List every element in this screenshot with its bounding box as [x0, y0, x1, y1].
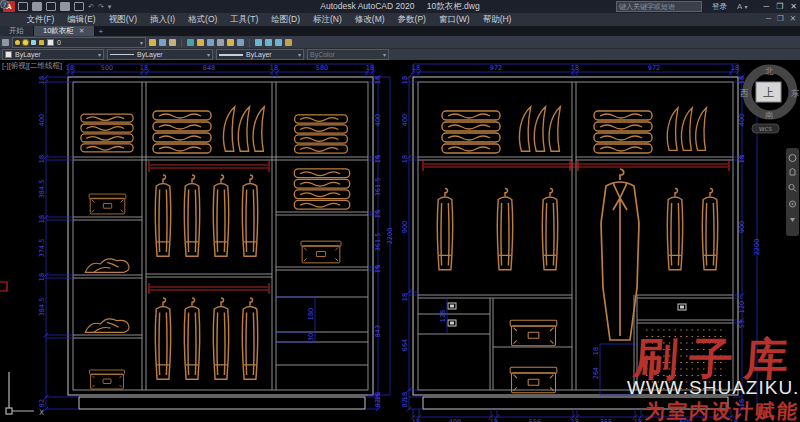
- menu-help[interactable]: 帮助(H): [476, 14, 518, 26]
- title-bar: A ↶ ↷ ▾ Autodesk AutoCAD 2020 10款衣柜.dwg …: [0, 0, 800, 13]
- svg-text:18: 18: [38, 155, 46, 163]
- doc-close-button[interactable]: ✕: [790, 14, 796, 23]
- layer-tool-icon[interactable]: [227, 39, 234, 46]
- doc-restore-button[interactable]: ❐: [777, 14, 784, 23]
- wcs-label: WCS: [759, 126, 772, 132]
- svg-text:18: 18: [66, 64, 74, 72]
- menu-file[interactable]: 文件(F): [20, 14, 61, 26]
- svg-text:18: 18: [270, 64, 278, 72]
- layer-tool-icon[interactable]: [187, 39, 194, 46]
- viewcube-south-label[interactable]: 南: [765, 110, 774, 120]
- tab-close-icon[interactable]: ✕: [79, 27, 85, 35]
- open-file-icon[interactable]: [32, 2, 42, 11]
- doc-minimize-button[interactable]: ─: [766, 14, 771, 23]
- svg-text:128: 128: [439, 310, 447, 322]
- svg-text:400: 400: [374, 114, 382, 126]
- svg-text:972: 972: [490, 64, 502, 72]
- svg-text:384.5: 384.5: [38, 180, 46, 199]
- layer-tool-icon[interactable]: [169, 39, 176, 46]
- svg-text:18: 18: [738, 155, 746, 163]
- svg-text:900: 900: [738, 221, 746, 233]
- layer-thaw-sun-icon[interactable]: [23, 40, 28, 45]
- plot-icon[interactable]: [74, 2, 84, 11]
- layer-tool-icon[interactable]: [275, 39, 282, 46]
- layer-tool-icon[interactable]: [237, 39, 244, 46]
- svg-text:556: 556: [529, 418, 541, 422]
- svg-text:500: 500: [101, 64, 113, 72]
- color-dropdown[interactable]: ByLayer ▾: [2, 49, 104, 60]
- navigation-bar[interactable]: [786, 148, 799, 236]
- linetype-dropdown[interactable]: ByLayer ▾: [107, 49, 213, 60]
- svg-text:843: 843: [374, 325, 382, 337]
- svg-text:2200: 2200: [386, 228, 394, 245]
- layer-dropdown-arrow[interactable]: ▾: [140, 39, 143, 46]
- layer-tool-icon[interactable]: [255, 39, 262, 46]
- layer-tool-icon[interactable]: [149, 39, 156, 46]
- svg-text:18: 18: [412, 64, 420, 72]
- drawing-canvas[interactable]: [-][俯视][二维线框]: [0, 60, 800, 422]
- menu-modify[interactable]: 修改(M): [348, 14, 391, 26]
- viewcube-north-label[interactable]: 北: [765, 66, 774, 76]
- layer-tool-icon[interactable]: [265, 39, 272, 46]
- viewcube-west-label[interactable]: 西: [740, 88, 749, 98]
- svg-text:18: 18: [374, 155, 382, 163]
- layer-tool-icon[interactable]: [197, 39, 204, 46]
- saveas-icon[interactable]: [60, 2, 70, 11]
- svg-text:18: 18: [140, 64, 148, 72]
- new-file-icon[interactable]: [18, 2, 28, 11]
- menu-parametric[interactable]: 参数(P): [391, 14, 432, 26]
- svg-text:18: 18: [374, 265, 382, 273]
- layer-tool-icon[interactable]: [285, 39, 292, 46]
- tab-document[interactable]: 10款衣柜 ✕: [34, 26, 95, 36]
- window-maximize-button[interactable]: ❐: [776, 2, 783, 11]
- svg-text:120: 120: [738, 301, 746, 313]
- redo-icon[interactable]: ↷: [98, 3, 104, 11]
- layer-tool-icon[interactable]: [159, 39, 166, 46]
- menu-window[interactable]: 窗口(W): [432, 14, 476, 26]
- undo-icon[interactable]: ↶: [88, 3, 94, 11]
- signin-button[interactable]: 登录: [712, 2, 727, 12]
- autodesk-account-icon[interactable]: A▾: [737, 2, 747, 11]
- svg-text:18: 18: [38, 273, 46, 281]
- svg-text:400: 400: [401, 114, 409, 126]
- menu-edit[interactable]: 编辑(E): [61, 14, 102, 26]
- viewcube[interactable]: 上 北 南 西 东 WCS: [740, 66, 800, 133]
- layer-on-bulb-icon[interactable]: [15, 40, 20, 45]
- svg-text:18: 18: [731, 64, 739, 72]
- svg-text:264: 264: [592, 367, 600, 379]
- save-icon[interactable]: [46, 2, 56, 11]
- layer-properties-icon[interactable]: [2, 39, 9, 46]
- svg-text:18: 18: [592, 347, 600, 355]
- layer-lock-icon[interactable]: [39, 40, 44, 45]
- signin-label: 登录: [712, 2, 727, 12]
- lineweight-dropdown[interactable]: ByLayer ▾: [216, 49, 304, 60]
- svg-text:180: 180: [307, 308, 315, 320]
- menu-format[interactable]: 格式(O): [182, 14, 224, 26]
- menu-draw[interactable]: 绘图(D): [265, 14, 307, 26]
- viewcube-east-label[interactable]: 东: [791, 88, 800, 98]
- new-tab-button[interactable]: +: [95, 26, 107, 36]
- menu-view[interactable]: 视图(V): [102, 14, 143, 26]
- window-minimize-button[interactable]: ─: [763, 2, 769, 11]
- properties-toolbar: ByLayer ▾ ByLayer ▾ ByLayer ▾ ByColor ▾: [0, 48, 800, 60]
- layer-freeze-icon[interactable]: [31, 40, 36, 45]
- menu-tools[interactable]: 工具(T): [224, 14, 265, 26]
- tab-start[interactable]: 开始: [0, 26, 34, 36]
- viewport-controls-label[interactable]: [-][俯视][二维线框]: [2, 61, 62, 71]
- layer-color-swatch[interactable]: [47, 39, 54, 46]
- svg-text:400: 400: [449, 418, 461, 422]
- layer-tool-icon[interactable]: [217, 39, 224, 46]
- viewcube-top-label: 上: [763, 86, 774, 99]
- layer-tool-icon[interactable]: [207, 39, 214, 46]
- window-close-button[interactable]: ✕: [790, 2, 797, 11]
- search-input[interactable]: [616, 1, 702, 12]
- qat-dropdown-icon[interactable]: ▾: [108, 3, 112, 11]
- svg-text:18: 18: [412, 418, 420, 422]
- wardrobe-left-contents[interactable]: [81, 107, 350, 389]
- layer-dropdown[interactable]: 0 ▾: [12, 37, 146, 48]
- svg-text:374.5: 374.5: [38, 239, 46, 258]
- menu-dimension[interactable]: 标注(N): [307, 14, 349, 26]
- svg-text:18: 18: [366, 64, 374, 72]
- svg-text:2200: 2200: [753, 239, 761, 256]
- menu-insert[interactable]: 插入(I): [144, 14, 182, 26]
